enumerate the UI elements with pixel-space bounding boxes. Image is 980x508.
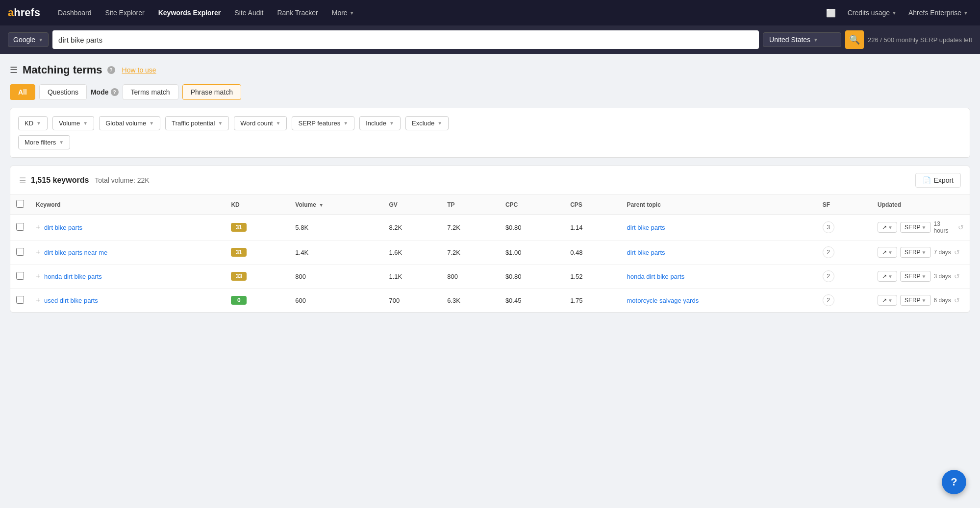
refresh-icon[interactable]: ↺ [958,223,964,231]
row-checkbox[interactable] [16,272,24,280]
row-checkbox[interactable] [16,223,24,231]
volume-filter[interactable]: Volume ▼ [52,116,94,130]
phrase-match-tab[interactable]: Phrase match [182,84,241,100]
keyword-link[interactable]: dirt bike parts near me [44,249,107,256]
add-keyword-icon[interactable]: + [36,248,40,256]
export-button[interactable]: 📄 Export [915,173,961,188]
table-row: + dirt bike parts near me 31 1.4K 1.6K 7… [10,241,970,265]
refresh-icon[interactable]: ↺ [954,296,960,304]
parent-topic-link[interactable]: dirt bike parts [627,249,665,256]
nav-item-dashboard[interactable]: Dashboard [52,6,98,20]
results-panel: ☰ 1,515 keywords Total volume: 22K 📄 Exp… [10,166,970,313]
country-chevron-icon: ▼ [813,37,818,43]
questions-tab[interactable]: Questions [39,84,87,100]
hamburger-icon[interactable]: ☰ [10,65,18,75]
tp-cell: 6.3K [441,289,500,313]
serp-features-filter[interactable]: SERP features ▼ [292,116,354,130]
credits-usage-button[interactable]: Credits usage ▼ [844,7,901,19]
enterprise-button[interactable]: Ahrefs Enterprise ▼ [905,7,972,19]
terms-match-tab[interactable]: Terms match [123,84,178,100]
select-all-checkbox[interactable] [16,200,24,208]
logo-a: a [8,6,14,19]
refresh-icon[interactable]: ↺ [954,248,960,256]
add-keyword-icon[interactable]: + [36,272,40,280]
parent-topic-link[interactable]: dirt bike parts [627,224,665,231]
word-count-filter[interactable]: Word count ▼ [234,116,287,130]
kd-filter[interactable]: KD ▼ [18,116,48,130]
trend-chevron-icon: ▼ [888,274,893,279]
country-select[interactable]: United States ▼ [763,32,841,47]
sf-count: 2 [823,270,834,282]
parent-topic-link[interactable]: honda dirt bike parts [627,273,684,280]
serp-button[interactable]: SERP ▼ [900,271,931,282]
more-filters-button[interactable]: More filters ▼ [18,135,70,149]
gv-cell: 1.1K [383,265,441,289]
how-to-use-link[interactable]: How to use [122,66,156,74]
keywords-table: Keyword KD Volume ▼ GV TP CPC CPS Parent… [10,195,970,312]
sf-count: 2 [823,294,834,306]
serp-button[interactable]: SERP ▼ [900,247,931,258]
more-filters-chevron-icon: ▼ [59,140,64,145]
table-row: + used dirt bike parts 0 600 700 6.3K $0… [10,289,970,313]
trend-button[interactable]: ↗ ▼ [878,247,897,258]
cpc-cell: $1.00 [500,241,564,265]
cpc-cell: $0.80 [500,215,564,241]
add-keyword-icon[interactable]: + [36,296,40,304]
tp-cell: 7.2K [441,241,500,265]
serp-chevron-icon: ▼ [922,298,927,303]
row-checkbox[interactable] [16,296,24,304]
keyword-link[interactable]: used dirt bike parts [44,297,98,304]
col-volume[interactable]: Volume ▼ [289,195,383,215]
exclude-chevron-icon: ▼ [437,121,442,126]
cps-cell: 1.14 [564,215,621,241]
search-button[interactable]: 🔍 [845,30,864,49]
parent-topic-link[interactable]: motorcycle salvage yards [627,297,699,304]
trend-button[interactable]: ↗ ▼ [878,295,897,306]
table-header-row: Keyword KD Volume ▼ GV TP CPC CPS Parent… [10,195,970,215]
col-gv: GV [383,195,441,215]
nav-item-more[interactable]: More ▼ [326,6,360,20]
volume-chevron-icon: ▼ [83,121,88,126]
monitor-icon[interactable]: ⬜ [822,6,840,20]
keyword-link[interactable]: honda dirt bike parts [44,273,102,280]
logo[interactable]: ahrefs [8,6,40,19]
top-navigation: ahrefs Dashboard Site Explorer Keywords … [0,0,980,25]
logo-hrefs: hrefs [14,6,40,19]
traffic-potential-filter[interactable]: Traffic potential ▼ [165,116,229,130]
row-checkbox[interactable] [16,248,24,256]
engine-select[interactable]: Google ▼ [8,32,49,47]
include-filter[interactable]: Include ▼ [359,116,401,130]
trend-button[interactable]: ↗ ▼ [878,222,897,233]
nav-item-keywords-explorer[interactable]: Keywords Explorer [152,6,227,20]
kd-badge: 31 [231,248,247,257]
updated-cell: ↗ ▼ SERP ▼ 13 hours ↺ [878,220,964,234]
page-title: Matching terms [23,64,102,76]
more-chevron-icon: ▼ [350,10,354,16]
word-count-chevron-icon: ▼ [276,121,281,126]
kd-chevron-icon: ▼ [36,121,41,126]
kd-badge: 0 [231,296,247,305]
global-volume-filter[interactable]: Global volume ▼ [99,116,160,130]
include-chevron-icon: ▼ [389,121,394,126]
all-tab[interactable]: All [10,84,35,100]
nav-item-site-explorer[interactable]: Site Explorer [100,6,151,20]
global-volume-chevron-icon: ▼ [149,121,154,126]
mode-help-icon[interactable]: ? [111,88,119,96]
refresh-icon[interactable]: ↺ [954,272,960,280]
keywords-count: 1,515 keywords [31,176,89,185]
updated-time: 13 hours [934,220,955,234]
nav-item-rank-tracker[interactable]: Rank Tracker [271,6,324,20]
serp-button[interactable]: SERP ▼ [900,222,931,233]
page-help-icon[interactable]: ? [107,66,115,74]
add-keyword-icon[interactable]: + [36,223,40,231]
serp-button[interactable]: SERP ▼ [900,295,931,306]
table-row: + dirt bike parts 31 5.8K 8.2K 7.2K $0.8… [10,215,970,241]
exclude-filter[interactable]: Exclude ▼ [405,116,449,130]
keyword-link[interactable]: dirt bike parts [44,224,82,231]
trend-chevron-icon: ▼ [888,225,893,230]
col-cps: CPS [564,195,621,215]
trend-button[interactable]: ↗ ▼ [878,271,897,282]
search-input[interactable] [58,36,753,44]
nav-item-site-audit[interactable]: Site Audit [228,6,269,20]
drag-handle-icon: ☰ [19,176,26,185]
